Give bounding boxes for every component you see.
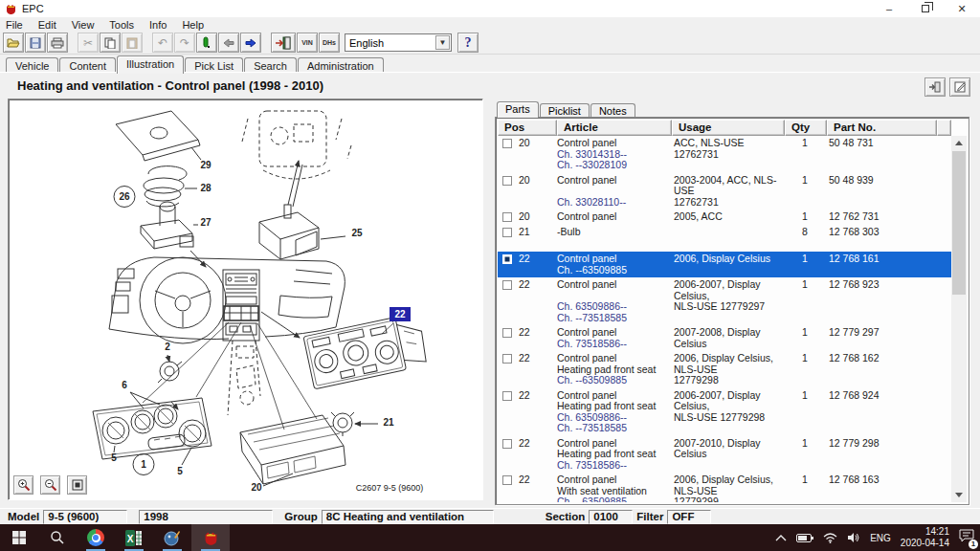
row-checkbox[interactable] <box>502 280 512 290</box>
row-checkbox[interactable] <box>502 139 512 148</box>
taskbar-excel-button[interactable]: X <box>115 524 153 551</box>
scrollbar-thumb[interactable] <box>952 151 966 295</box>
parts-tab-notes[interactable]: Notes <box>590 103 635 118</box>
row-article: -Bulb <box>557 227 674 238</box>
menu-view[interactable]: View <box>72 19 95 31</box>
column-header-part-no-[interactable]: Part No. <box>827 120 937 136</box>
taskbar-clock[interactable]: 14:21 2020-04-14 <box>901 526 949 549</box>
zoom-out-icon <box>44 478 57 492</box>
row-checkbox[interactable] <box>502 475 512 485</box>
table-row[interactable]: 22Control panelHeating pad front seatCh.… <box>498 388 951 436</box>
table-row[interactable]: 22Control panelCh. 73518586--2007-2008, … <box>498 325 951 351</box>
year-value: 1998 <box>139 510 273 524</box>
taskbar-epc-button[interactable] <box>191 524 230 551</box>
table-row[interactable]: 22Control panelHeating pad front seatCh.… <box>498 351 951 388</box>
chevron-down-icon[interactable]: ▼ <box>435 35 450 50</box>
vin-button[interactable]: VIN <box>297 33 318 53</box>
row-checkbox[interactable] <box>502 176 512 186</box>
table-row[interactable]: 22Control panelCh. --635098852006, Displ… <box>498 252 951 277</box>
row-usage: 2007-2010, Display Celsius <box>674 438 789 472</box>
print-button[interactable] <box>47 33 68 53</box>
row-checkbox[interactable] <box>502 391 512 401</box>
paste-button[interactable] <box>122 33 143 53</box>
minimize-button[interactable]: – <box>871 0 907 17</box>
close-button[interactable]: ✕ <box>944 0 980 17</box>
save-button[interactable] <box>25 33 46 53</box>
clock-time: 14:21 <box>901 526 949 538</box>
row-checkbox[interactable] <box>502 254 512 264</box>
table-row[interactable]: 22Control panelWith seat ventilationCh. … <box>498 473 951 502</box>
table-row[interactable]: 21-Bulb812 768 303 <box>498 225 951 240</box>
tray-chevron-icon[interactable] <box>775 534 787 541</box>
epc-taskbar-icon <box>203 530 219 546</box>
table-row[interactable]: 20Control panel Ch. 33028110--2003-2004,… <box>498 173 951 210</box>
scroll-down-button[interactable] <box>951 488 967 502</box>
speaker-icon[interactable] <box>847 532 860 543</box>
illustration-panel[interactable]: 292826272526515222120 C2607 9-5 (9600) <box>8 99 483 500</box>
menu-edit[interactable]: Edit <box>38 19 56 31</box>
menu-tools[interactable]: Tools <box>109 19 134 31</box>
row-article: Control panelWith seat ventilationCh. --… <box>557 474 674 502</box>
open-button[interactable] <box>3 33 24 53</box>
row-checkbox[interactable] <box>502 354 512 364</box>
dhs-button[interactable]: DHs <box>319 33 340 53</box>
fit-view-icon <box>72 479 83 491</box>
table-row[interactable]: 22Control panelHeating pad front seatCh.… <box>498 436 951 474</box>
article-line: Heating pad front seat <box>557 449 674 460</box>
zoom-in-button[interactable] <box>13 475 33 495</box>
notification-center-button[interactable]: 1 <box>959 529 974 546</box>
zoom-fit-button[interactable] <box>67 475 87 495</box>
forward-button[interactable] <box>240 33 261 53</box>
taskbar-search-button[interactable] <box>38 524 77 551</box>
row-checkbox[interactable] <box>502 328 512 338</box>
start-button[interactable] <box>0 524 38 551</box>
column-header-pos[interactable]: Pos <box>498 120 557 136</box>
menu-file[interactable]: File <box>6 19 23 31</box>
tab-illustration[interactable]: Illustration <box>117 55 184 74</box>
table-row[interactable]: 22Control panel Ch. 63509886--Ch. --7351… <box>498 277 951 325</box>
vertical-scrollbar[interactable] <box>951 136 967 502</box>
copy-button[interactable] <box>100 33 121 53</box>
row-pos: 21 <box>517 227 557 238</box>
taskbar-paint-button[interactable] <box>153 524 191 551</box>
page-header: Heating and ventilation - Control panel … <box>0 74 980 99</box>
scroll-up-button[interactable] <box>951 136 967 150</box>
table-row[interactable]: 20Control panelCh. 33014318--Ch. --33028… <box>498 136 951 173</box>
cut-button[interactable]: ✂ <box>78 33 99 53</box>
back-button[interactable] <box>218 33 239 53</box>
language-select[interactable]: English ▼ <box>345 33 452 52</box>
row-checkbox[interactable] <box>502 212 512 222</box>
restore-button[interactable] <box>907 0 944 17</box>
input-language-indicator[interactable]: ENG <box>870 533 891 543</box>
column-header-article[interactable]: Article <box>557 120 672 136</box>
undo-button[interactable]: ↶ <box>152 33 173 53</box>
parts-tab-picklist[interactable]: Picklist <box>540 103 590 118</box>
part-number-label[interactable]: 22 <box>394 309 406 320</box>
wifi-icon[interactable] <box>823 533 837 543</box>
zoom-out-button[interactable] <box>40 475 60 495</box>
notes-edit-button[interactable] <box>949 77 970 97</box>
article-line: Control panel <box>557 474 674 486</box>
save-icon <box>30 37 41 49</box>
help-button[interactable]: ? <box>457 33 479 53</box>
row-part-no: 50 48 939 <box>829 175 936 209</box>
battery-icon[interactable] <box>796 533 813 543</box>
usage-line: 2007-2010, Display Celsius <box>674 438 789 460</box>
menu-help[interactable]: Help <box>182 19 204 31</box>
menu-info[interactable]: Info <box>149 19 167 31</box>
column-header-usage[interactable]: Usage <box>672 120 785 136</box>
row-pos: 22 <box>517 253 557 276</box>
redo-button[interactable]: ↷ <box>174 33 195 53</box>
export-button[interactable] <box>924 77 946 97</box>
chassis-range: Ch. --63509885 <box>557 265 674 276</box>
row-checkbox[interactable] <box>502 228 512 237</box>
row-qty: 8 <box>789 227 829 238</box>
parts-tab-parts[interactable]: Parts <box>497 101 539 118</box>
column-header-qty[interactable]: Qty <box>785 120 827 136</box>
row-checkbox[interactable] <box>502 439 512 449</box>
taskbar-chrome-button[interactable] <box>77 524 115 551</box>
table-row[interactable]: 20Control panel2005, ACC112 762 731 <box>498 209 951 225</box>
exit-button[interactable] <box>271 33 296 53</box>
marker-button[interactable] <box>196 33 217 53</box>
chassis-range: Ch. --33028109 <box>557 160 674 171</box>
